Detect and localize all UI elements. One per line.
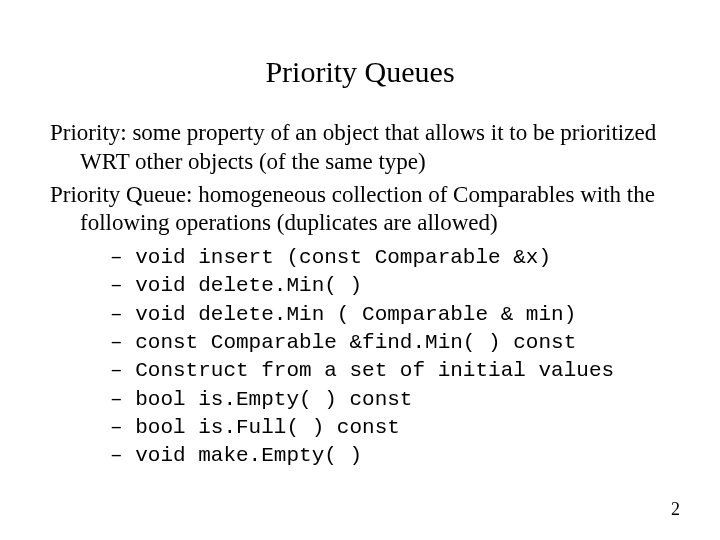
- paragraph-pqueue-def: Priority Queue: homogeneous collection o…: [50, 181, 670, 239]
- slide: Priority Queues Priority: some property …: [0, 0, 720, 540]
- op-findmin: – const Comparable &find.Min( ) const: [110, 329, 670, 357]
- slide-title: Priority Queues: [50, 55, 670, 89]
- slide-body: Priority: some property of an object tha…: [50, 119, 670, 471]
- op-isfull: – bool is.Full( ) const: [110, 414, 670, 442]
- op-construct: – Construct from a set of initial values: [110, 357, 670, 385]
- paragraph-priority-def: Priority: some property of an object tha…: [50, 119, 670, 177]
- op-makeempty: – void make.Empty( ): [110, 442, 670, 470]
- op-isempty: – bool is.Empty( ) const: [110, 386, 670, 414]
- op-insert: – void insert (const Comparable &x): [110, 244, 670, 272]
- page-number: 2: [671, 499, 680, 520]
- op-deletemin-arg: – void delete.Min ( Comparable & min): [110, 301, 670, 329]
- operations-list: – void insert (const Comparable &x) – vo…: [50, 244, 670, 471]
- op-deletemin: – void delete.Min( ): [110, 272, 670, 300]
